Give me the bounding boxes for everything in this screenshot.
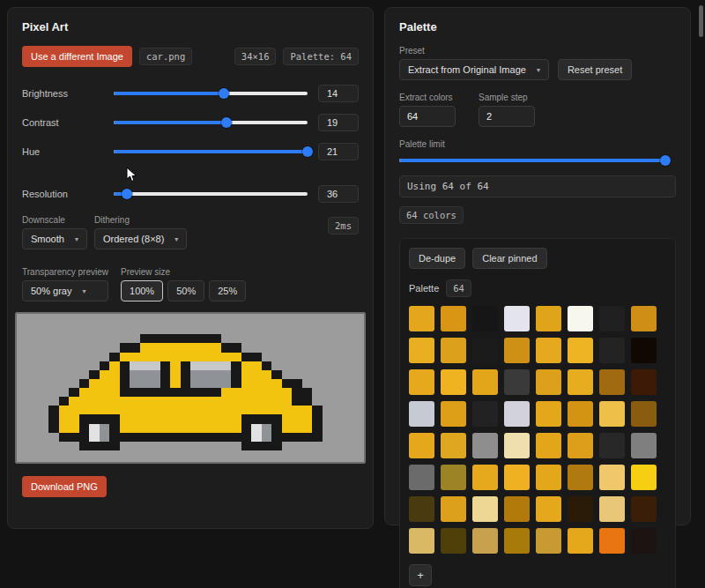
palette-swatch[interactable]	[472, 433, 498, 458]
palette-swatch[interactable]	[568, 528, 593, 554]
pixel	[282, 334, 293, 343]
preset-select[interactable]: Extract from Original Image ▾	[399, 59, 549, 80]
palette-swatch[interactable]	[536, 401, 561, 427]
palette-swatch[interactable]	[441, 465, 466, 490]
palette-swatch[interactable]	[599, 401, 625, 427]
palette-swatch[interactable]	[536, 338, 561, 363]
palette-swatch[interactable]	[536, 496, 561, 522]
palette-swatch[interactable]	[631, 401, 657, 427]
reset-preset-button[interactable]: Reset preset	[558, 59, 632, 80]
pixel	[69, 414, 79, 423]
palette-swatch[interactable]	[568, 369, 593, 395]
palette-swatch[interactable]	[599, 338, 625, 363]
palette-swatch[interactable]	[536, 306, 561, 331]
palette-swatch[interactable]	[409, 338, 434, 363]
slider-thumb[interactable]	[221, 117, 232, 128]
dithering-select[interactable]: Ordered (8×8) ▾	[94, 228, 187, 249]
slider-thumb[interactable]	[122, 189, 132, 199]
slider-brightness[interactable]	[114, 87, 308, 100]
palette-swatch[interactable]	[441, 401, 466, 427]
palette-swatch[interactable]	[504, 465, 530, 490]
palette-swatch[interactable]	[441, 433, 466, 458]
palette-swatch[interactable]	[441, 528, 466, 554]
slider-hue[interactable]	[114, 145, 308, 158]
palette-swatch[interactable]	[472, 369, 498, 395]
slider-contrast[interactable]	[114, 116, 308, 129]
palette-swatch[interactable]	[504, 496, 530, 522]
dedupe-button[interactable]: De-dupe	[409, 248, 465, 269]
palette-swatch[interactable]	[441, 369, 466, 395]
palette-swatch[interactable]	[568, 338, 593, 363]
palette-swatch[interactable]	[599, 528, 625, 554]
preview-size-option-100[interactable]: 100%	[121, 280, 163, 301]
palette-swatch[interactable]	[568, 465, 593, 490]
palette-swatch[interactable]	[631, 465, 657, 490]
palette-swatch[interactable]	[441, 306, 466, 331]
palette-swatch[interactable]	[409, 369, 434, 395]
palette-swatch[interactable]	[568, 306, 593, 331]
palette-swatch[interactable]	[536, 528, 561, 554]
palette-swatch[interactable]	[472, 401, 498, 427]
palette-swatch[interactable]	[409, 433, 434, 458]
palette-swatch[interactable]	[472, 465, 498, 490]
sample-step-input[interactable]	[479, 106, 535, 127]
pixel	[201, 414, 212, 423]
pixel	[140, 450, 151, 459]
palette-swatch[interactable]	[472, 528, 498, 554]
palette-swatch[interactable]	[409, 306, 434, 331]
pixel	[181, 424, 191, 433]
palette-swatch[interactable]	[409, 528, 434, 554]
palette-swatch[interactable]	[409, 401, 434, 427]
preview-size-option-50[interactable]: 50%	[167, 280, 204, 301]
palette-swatch[interactable]	[599, 433, 625, 458]
palette-swatch[interactable]	[504, 369, 530, 395]
palette-swatch[interactable]	[631, 528, 657, 554]
palette-swatch[interactable]	[568, 401, 593, 427]
palette-swatch[interactable]	[472, 338, 498, 363]
palette-limit-slider[interactable]	[399, 154, 665, 167]
add-color-button[interactable]: +	[409, 564, 432, 586]
pixel	[221, 316, 232, 325]
palette-swatch[interactable]	[631, 338, 657, 363]
extract-colors-input[interactable]	[399, 106, 456, 127]
palette-swatch[interactable]	[472, 306, 498, 331]
extract-inputs-row: Extract colors Sample step	[399, 93, 676, 127]
pixel	[282, 353, 293, 361]
palette-swatch[interactable]	[409, 465, 434, 490]
palette-swatch[interactable]	[504, 433, 530, 458]
palette-swatch[interactable]	[441, 338, 466, 363]
palette-swatch[interactable]	[536, 433, 561, 458]
downscale-select[interactable]: Smooth ▾	[22, 228, 87, 249]
palette-swatch[interactable]	[472, 496, 498, 522]
use-different-image-button[interactable]: Use a different Image	[22, 46, 132, 67]
palette-swatch[interactable]	[504, 338, 530, 363]
palette-swatch[interactable]	[504, 306, 530, 331]
slider-thumb[interactable]	[219, 88, 229, 99]
palette-swatch[interactable]	[504, 401, 530, 427]
slider-thumb[interactable]	[660, 155, 671, 166]
clear-pinned-button[interactable]: Clear pinned	[472, 248, 546, 269]
scrollbar-thumb[interactable]	[699, 5, 703, 37]
pixel	[231, 353, 241, 361]
palette-swatch[interactable]	[631, 306, 657, 331]
palette-swatch[interactable]	[599, 306, 625, 331]
palette-swatch[interactable]	[599, 465, 625, 490]
palette-swatch[interactable]	[441, 496, 466, 522]
palette-swatch[interactable]	[631, 433, 657, 458]
slider-resolution[interactable]	[114, 188, 308, 200]
palette-swatch[interactable]	[599, 496, 625, 522]
palette-swatch[interactable]	[409, 496, 434, 522]
palette-swatch[interactable]	[536, 369, 561, 395]
palette-swatch[interactable]	[504, 528, 530, 554]
palette-swatch[interactable]	[568, 496, 593, 522]
palette-swatch[interactable]	[568, 433, 593, 458]
transparency-select[interactable]: 50% gray ▾	[22, 280, 108, 301]
slider-thumb[interactable]	[302, 146, 313, 157]
preview-size-option-25[interactable]: 25%	[209, 280, 246, 301]
palette-swatch[interactable]	[599, 369, 625, 395]
palette-swatch[interactable]	[631, 369, 657, 395]
pixel	[48, 450, 59, 459]
download-png-button[interactable]: Download PNG	[22, 476, 107, 497]
palette-swatch[interactable]	[536, 465, 561, 490]
palette-swatch[interactable]	[631, 496, 657, 522]
